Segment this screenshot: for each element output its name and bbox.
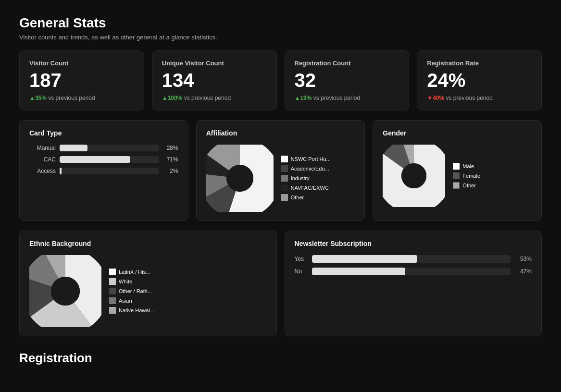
- newsletter-row-no: No 47%: [295, 268, 532, 275]
- stat-card-trend: ▲19% vs previous period: [295, 95, 399, 101]
- legend-item: White: [109, 278, 154, 285]
- stat-card-trend: ▲100% vs previous period: [162, 95, 267, 101]
- trend-label: vs previous period: [446, 95, 493, 101]
- trend-label: vs previous period: [48, 95, 95, 101]
- trend-arrow-up: ▲35%: [29, 95, 47, 101]
- legend-label: LatinX / His...: [119, 269, 150, 275]
- ethnic-background-chart: Ethnic Background LatinX / His...: [19, 231, 277, 336]
- stat-card-trend: ▲35% vs previous period: [29, 95, 134, 101]
- gender-chart: Gender Male Female: [373, 120, 542, 221]
- legend-item: Academic/Edu...: [281, 165, 331, 172]
- footer-section-title: Registration: [19, 351, 542, 366]
- bar-row-manual: Manual 28%: [29, 145, 178, 151]
- legend-item: Other: [453, 182, 480, 189]
- chart-row-bottom: Ethnic Background LatinX / His...: [19, 231, 542, 336]
- legend-dot: [281, 194, 288, 201]
- affiliation-legend: NSWC Port Hu... Academic/Edu... Industry…: [281, 156, 331, 201]
- newsletter-chart: Newsletter Subscription Yes 53% No 47%: [285, 231, 542, 336]
- legend-dot: [453, 182, 460, 189]
- stat-cards-row: Visitor Count 187 ▲35% vs previous perio…: [19, 50, 542, 110]
- stat-card-registration-count: Registration Count 32 ▲19% vs previous p…: [285, 50, 410, 110]
- legend-item: NSWC Port Hu...: [281, 156, 331, 162]
- legend-label: Male: [462, 163, 474, 169]
- legend-label: Female: [462, 173, 480, 179]
- legend-dot: [109, 307, 116, 314]
- bar-label: CAC: [29, 156, 56, 163]
- legend-label: Other: [291, 195, 304, 200]
- bar-pct: 28%: [163, 145, 178, 151]
- stat-card-title: Visitor Count: [29, 60, 134, 67]
- legend-dot: [281, 184, 288, 191]
- bar-fill: [60, 168, 62, 174]
- card-type-chart: Card Type Manual 28% CAC 71% Access: [19, 120, 188, 221]
- legend-label: NAVFAC/EXWC: [291, 185, 329, 191]
- legend-item: Industry: [281, 175, 331, 182]
- legend-item: LatinX / His...: [109, 269, 154, 275]
- legend-dot: [109, 278, 116, 285]
- stat-card-value: 134: [162, 70, 267, 91]
- affiliation-pie-svg: [206, 145, 274, 212]
- gender-title: Gender: [383, 129, 532, 137]
- gender-legend: Male Female Other: [453, 163, 480, 189]
- legend-item: Other / Rath...: [109, 288, 154, 294]
- legend-label: NSWC Port Hu...: [291, 156, 331, 162]
- bar-track: [60, 145, 159, 151]
- legend-item: Native Hawai...: [109, 307, 154, 314]
- legend-label: Other / Rath...: [119, 288, 152, 294]
- page-title: General Stats: [19, 15, 542, 31]
- legend-dot: [453, 163, 460, 170]
- newsletter-pct-no: 47%: [514, 268, 532, 275]
- stat-card-registration-rate: Registration Rate 24% ▼40% vs previous p…: [417, 50, 542, 110]
- newsletter-fill-no: [312, 268, 405, 275]
- bar-fill: [60, 145, 87, 151]
- bar-label: Manual: [29, 145, 56, 151]
- legend-label: Industry: [291, 175, 310, 181]
- newsletter-row-yes: Yes 53%: [295, 255, 532, 263]
- stat-card-title: Registration Count: [295, 60, 399, 67]
- gender-pie-container: Male Female Other: [383, 145, 532, 207]
- legend-item: Other: [281, 194, 331, 201]
- ethnic-pie-svg: [29, 255, 101, 327]
- bar-track: [60, 168, 159, 174]
- stat-card-title: Registration Rate: [427, 60, 532, 67]
- legend-dot: [109, 269, 116, 275]
- bar-label: Access: [29, 168, 56, 174]
- gender-pie-svg: [383, 145, 445, 207]
- newsletter-track: [312, 255, 511, 263]
- legend-label: White: [119, 279, 132, 284]
- ethnic-pie-container: LatinX / His... White Other / Rath... As…: [29, 255, 267, 327]
- affiliation-chart: Affiliation NSWC Port Hu...: [196, 120, 365, 221]
- legend-dot: [281, 165, 288, 172]
- newsletter-label-yes: Yes: [295, 256, 308, 262]
- legend-dot: [109, 288, 116, 294]
- legend-dot: [281, 175, 288, 182]
- trend-arrow-up: ▲100%: [162, 95, 183, 101]
- newsletter-label-no: No: [295, 268, 308, 275]
- newsletter-fill-yes: [312, 255, 417, 263]
- card-type-bars: Manual 28% CAC 71% Access 2%: [29, 145, 178, 174]
- page-subtitle: Visitor counts and trends, as well as ot…: [19, 34, 542, 41]
- stat-card-value: 24%: [427, 70, 532, 91]
- svg-point-9: [401, 163, 426, 188]
- stat-card-value: 32: [295, 70, 399, 91]
- ethnic-background-title: Ethnic Background: [29, 240, 267, 247]
- newsletter-pct-yes: 53%: [514, 256, 532, 262]
- newsletter-bars: Yes 53% No 47%: [295, 255, 532, 275]
- affiliation-pie-container: NSWC Port Hu... Academic/Edu... Industry…: [206, 145, 355, 212]
- bar-row-cac: CAC 71%: [29, 156, 178, 163]
- legend-dot: [281, 156, 288, 162]
- bar-fill: [60, 156, 130, 163]
- stat-card-unique-visitor-count: Unique Visitor Count 134 ▲100% vs previo…: [152, 50, 277, 110]
- legend-dot: [109, 297, 116, 304]
- stat-card-title: Unique Visitor Count: [162, 60, 267, 67]
- legend-item: Female: [453, 172, 480, 179]
- bar-row-access: Access 2%: [29, 168, 178, 174]
- newsletter-track: [312, 268, 511, 275]
- legend-label: Native Hawai...: [119, 307, 154, 313]
- bar-pct: 2%: [163, 168, 178, 174]
- newsletter-title: Newsletter Subscription: [295, 240, 532, 247]
- bar-track: [60, 156, 159, 163]
- stat-card-visitor-count: Visitor Count 187 ▲35% vs previous perio…: [19, 50, 144, 110]
- stat-card-trend: ▼40% vs previous period: [427, 95, 532, 101]
- legend-label: Other: [462, 183, 476, 188]
